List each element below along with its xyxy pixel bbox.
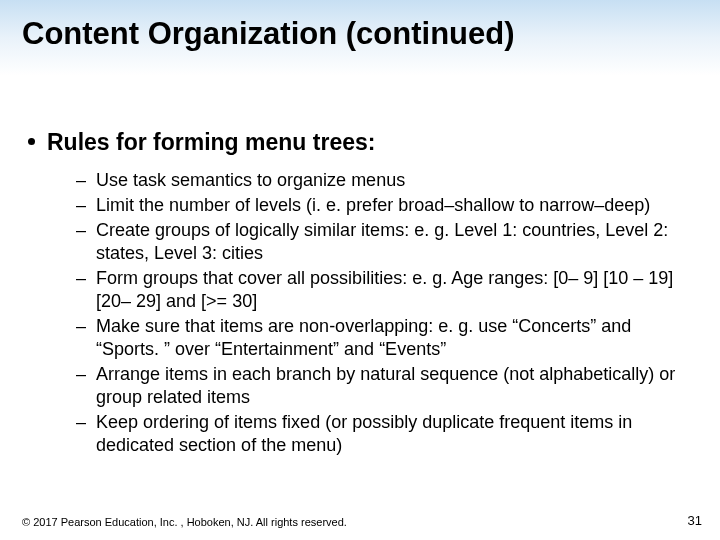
dash-icon: – xyxy=(76,411,86,434)
copyright-footer: © 2017 Pearson Education, Inc. , Hoboken… xyxy=(22,516,347,528)
slide: Content Organization (continued) Rules f… xyxy=(0,0,720,540)
list-item-text: Arrange items in each branch by natural … xyxy=(96,363,690,409)
list-item: – Create groups of logically similar ite… xyxy=(76,219,690,265)
list-item: – Make sure that items are non-overlappi… xyxy=(76,315,690,361)
slide-body: Rules for forming menu trees: – Use task… xyxy=(22,128,698,459)
dash-icon: – xyxy=(76,194,86,217)
dash-icon: – xyxy=(76,169,86,192)
list-item: – Limit the number of levels (i. e. pref… xyxy=(76,194,690,217)
bullet-level-1-text: Rules for forming menu trees: xyxy=(47,128,375,157)
slide-title: Content Organization (continued) xyxy=(22,16,698,52)
page-number: 31 xyxy=(688,513,702,528)
list-item: – Use task semantics to organize menus xyxy=(76,169,690,192)
list-item: – Arrange items in each branch by natura… xyxy=(76,363,690,409)
dash-icon: – xyxy=(76,219,86,242)
dash-icon: – xyxy=(76,363,86,386)
list-item-text: Keep ordering of items fixed (or possibl… xyxy=(96,411,690,457)
dash-icon: – xyxy=(76,315,86,338)
list-item-text: Create groups of logically similar items… xyxy=(96,219,690,265)
list-item-text: Make sure that items are non-overlapping… xyxy=(96,315,690,361)
dash-icon: – xyxy=(76,267,86,290)
list-item-text: Use task semantics to organize menus xyxy=(96,169,690,192)
list-item-text: Form groups that cover all possibilities… xyxy=(96,267,690,313)
sub-bullet-list: – Use task semantics to organize menus –… xyxy=(22,169,698,457)
bullet-level-1: Rules for forming menu trees: xyxy=(22,128,698,157)
list-item: – Keep ordering of items fixed (or possi… xyxy=(76,411,690,457)
bullet-dot-icon xyxy=(28,138,35,145)
list-item: – Form groups that cover all possibiliti… xyxy=(76,267,690,313)
list-item-text: Limit the number of levels (i. e. prefer… xyxy=(96,194,690,217)
